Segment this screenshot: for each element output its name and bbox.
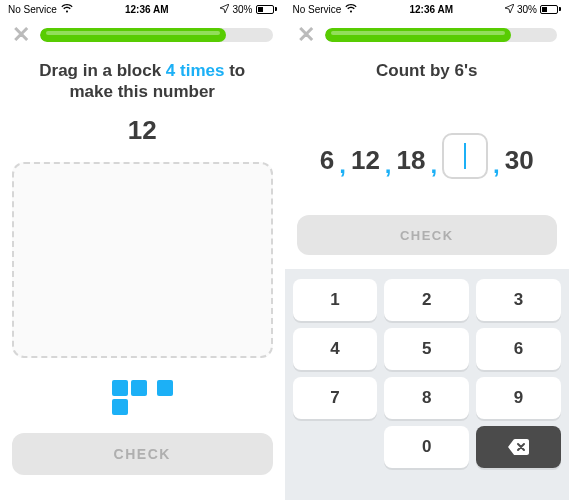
progress-bar [40,28,273,42]
location-icon [505,4,514,15]
block-cluster-2[interactable] [157,380,173,415]
comma: , [493,151,500,179]
key-3[interactable]: 3 [476,279,561,321]
target-number: 12 [0,115,285,146]
status-right: 30% [505,4,561,15]
screen-right: No Service 12:36 AM 30% ✕ Count by 6's 6… [285,0,570,500]
clock: 12:36 AM [125,4,169,15]
block-palette [0,380,285,415]
prompt-pre: Drag in a block [39,61,166,80]
status-right: 30% [220,4,276,15]
prompt-text: Drag in a block 4 times to make this num… [0,52,285,107]
clock: 12:36 AM [409,4,453,15]
comma: , [430,151,437,179]
battery-pct: 30% [232,4,252,15]
seq-num: 6 [320,145,334,176]
key-4[interactable]: 4 [293,328,378,370]
progress-bar [325,28,558,42]
prompt-accent: 4 times [166,61,225,80]
key-9[interactable]: 9 [476,377,561,419]
status-left: No Service [8,4,73,15]
comma: , [385,151,392,179]
progress-fill [325,28,511,42]
wifi-icon [61,4,73,15]
block-cluster-1[interactable] [112,380,147,415]
keypad: 1 2 3 4 5 6 7 8 9 0 [293,279,562,468]
wifi-icon [345,4,357,15]
cursor [464,143,466,169]
status-bar: No Service 12:36 AM 30% [0,0,285,18]
seq-num: 12 [351,145,380,176]
status-bar: No Service 12:36 AM 30% [285,0,570,18]
carrier-text: No Service [293,4,342,15]
nav-row: ✕ [0,18,285,52]
close-icon[interactable]: ✕ [297,24,315,46]
screen-left: No Service 12:36 AM 30% ✕ Drag in a bloc… [0,0,285,500]
carrier-text: No Service [8,4,57,15]
progress-fill [40,28,226,42]
backspace-icon [508,439,530,455]
key-1[interactable]: 1 [293,279,378,321]
number-sequence: 6 , 12 , 18 , , 30 [285,133,570,179]
battery-icon [256,5,277,14]
drop-zone[interactable] [12,162,273,358]
status-left: No Service [293,4,358,15]
key-6[interactable]: 6 [476,328,561,370]
comma: , [339,151,346,179]
battery-icon [540,5,561,14]
seq-num: 30 [505,145,534,176]
backspace-key[interactable] [476,426,561,468]
key-5[interactable]: 5 [384,328,469,370]
key-2[interactable]: 2 [384,279,469,321]
check-button[interactable]: CHECK [12,433,273,475]
answer-input[interactable] [442,133,488,179]
check-button[interactable]: CHECK [297,215,558,255]
nav-row: ✕ [285,18,570,52]
battery-pct: 30% [517,4,537,15]
key-0[interactable]: 0 [384,426,469,468]
close-icon[interactable]: ✕ [12,24,30,46]
location-icon [220,4,229,15]
key-8[interactable]: 8 [384,377,469,419]
seq-num: 18 [397,145,426,176]
prompt-text: Count by 6's [285,52,570,85]
keypad-panel: 1 2 3 4 5 6 7 8 9 0 [285,269,570,500]
key-7[interactable]: 7 [293,377,378,419]
